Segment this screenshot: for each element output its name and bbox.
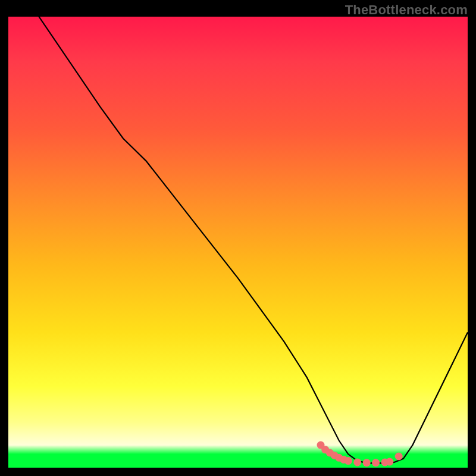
- watermark: TheBottleneck.com: [345, 2, 468, 18]
- highlight-dots: [317, 441, 403, 467]
- highlight-dot: [372, 459, 380, 466]
- chart-overlay: [8, 17, 468, 468]
- curve-path: [8, 17, 468, 463]
- chart-container: TheBottleneck.com: [0, 0, 476, 476]
- highlight-dot: [363, 459, 371, 466]
- highlight-dot: [353, 458, 361, 466]
- highlight-dot: [395, 453, 403, 461]
- highlight-dot: [345, 457, 352, 465]
- highlight-dot: [386, 458, 393, 466]
